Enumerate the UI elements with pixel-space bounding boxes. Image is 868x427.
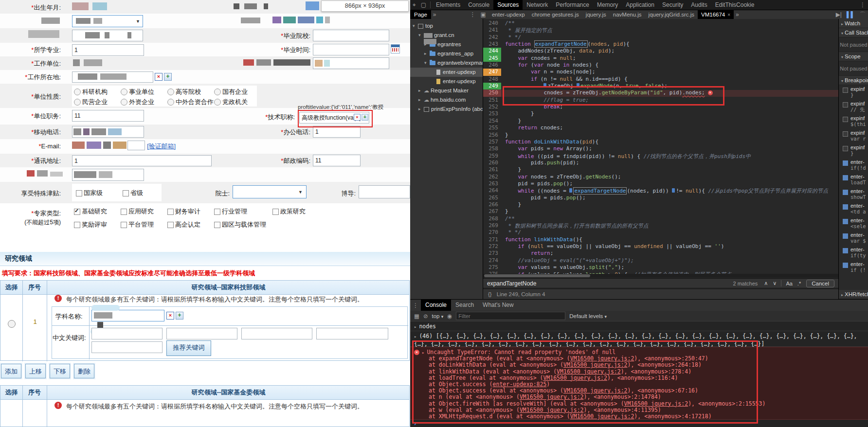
breakpoint-checkbox[interactable]	[843, 146, 848, 151]
tree-item-printexppsninfo-abou[interactable]: ▸printExpPsnInfo (abou	[410, 105, 483, 114]
line-number-265[interactable]: 265	[483, 195, 501, 201]
breakpoint-checkbox[interactable]	[843, 204, 848, 210]
clear-selection-icon[interactable]: ×	[155, 73, 163, 81]
keyword-input-4[interactable]	[316, 328, 388, 339]
option-外资企业[interactable]: 外资企业	[121, 98, 167, 107]
office-phone-input[interactable]	[313, 126, 361, 138]
console-tab-search[interactable]: Search	[451, 300, 478, 311]
stack-link[interactable]: VM16500 jquery.js:2	[563, 361, 628, 368]
stack-link[interactable]: VM16500 jquery.js:2	[543, 374, 607, 381]
breakpoint-item[interactable]: enter-if (!	[839, 260, 868, 275]
line-number-274[interactable]: 274	[483, 257, 501, 264]
breakpoint-checkbox[interactable]	[843, 102, 848, 107]
line-number-249[interactable]: 249	[483, 83, 501, 89]
line-number-269[interactable]: 269	[483, 222, 501, 229]
tree-item-hm-baidu-com[interactable]: ▸☁hm.baidu.com	[410, 95, 483, 105]
line-number-263[interactable]: 263	[483, 180, 501, 187]
radio-icon[interactable]	[167, 89, 174, 95]
clear-console-icon[interactable]: ⊘	[423, 313, 428, 320]
breakpoint-checkbox[interactable]	[843, 175, 848, 180]
pretty-print-icon[interactable]: {}	[488, 291, 492, 297]
breakpoint-checkbox[interactable]	[843, 233, 848, 239]
breakpoint-item[interactable]: enter-var $	[839, 231, 868, 246]
line-number-261[interactable]: 261	[483, 166, 501, 173]
inline-breakpoint-marker[interactable]	[569, 188, 572, 193]
breakpoint-checkbox[interactable]	[843, 131, 848, 137]
stack-link[interactable]: VM16500 jquery.js:2	[570, 413, 634, 420]
school-input[interactable]	[313, 30, 389, 41]
tree-item-top[interactable]: ▾top	[410, 21, 483, 31]
breakpoint-item[interactable]: expinf}	[839, 143, 868, 158]
breakpoint-checkbox[interactable]	[843, 248, 848, 253]
tree-item-enter-updexp[interactable]: enter-updexp	[410, 68, 483, 77]
tree-arrow-icon[interactable]: ▸	[424, 49, 430, 58]
breakpoint-checkbox[interactable]	[843, 160, 848, 166]
breakpoint-checkbox[interactable]	[843, 263, 848, 268]
console-context-select[interactable]: top ▾	[432, 313, 444, 319]
zipcode-input[interactable]	[313, 155, 361, 166]
check-icon[interactable]	[272, 209, 279, 215]
page-tab[interactable]: Page	[410, 10, 431, 19]
grad-time-input[interactable]	[313, 44, 389, 55]
breakpoint-checkbox[interactable]	[843, 88, 848, 93]
line-number-262[interactable]: 262	[483, 174, 501, 180]
close-tab-icon[interactable]: ×	[727, 12, 730, 18]
subject-clear-icon[interactable]: ×	[166, 312, 174, 320]
tab-elements[interactable]: Elements	[432, 0, 464, 10]
option-高企认定[interactable]: 高企认定	[167, 220, 214, 229]
keyword-input-1[interactable]	[91, 328, 163, 339]
check-icon[interactable]	[214, 222, 220, 228]
radio-icon[interactable]	[214, 99, 221, 106]
match-case-button[interactable]: Aa	[783, 281, 795, 286]
doctoral-supervisor-input[interactable]	[359, 185, 410, 198]
file-tab-enter-updexp[interactable]: enter-updexp	[488, 10, 528, 19]
line-number-242[interactable]: 242	[483, 34, 501, 41]
find-next-icon[interactable]: ∨	[770, 280, 779, 286]
action-button-添加[interactable]: 添加	[1, 364, 21, 378]
academician-select[interactable]	[233, 185, 307, 198]
tree-item-enter-updexp[interactable]: enter-updexp	[410, 77, 483, 86]
line-number-259[interactable]: 259	[483, 153, 501, 160]
stack-link[interactable]: VM16500 jquery.js:2	[557, 368, 621, 375]
check-icon[interactable]	[121, 209, 127, 215]
tab-network[interactable]: Network	[523, 0, 552, 10]
console-tab-what-s-new[interactable]: What's New	[478, 300, 518, 311]
line-number-241[interactable]: 241	[483, 27, 501, 34]
line-number-270[interactable]: 270	[483, 229, 501, 236]
navigator-menu-icon[interactable]: ⋮	[468, 11, 478, 18]
line-number-273[interactable]: 273	[483, 250, 501, 257]
expand-icon[interactable]: ▸	[414, 324, 419, 329]
line-number-243[interactable]: 243	[483, 41, 501, 48]
tab-console[interactable]: Console	[464, 0, 493, 10]
scope-section[interactable]: ▾Scope	[839, 52, 868, 61]
tree-arrow-icon[interactable]: ▸	[418, 95, 424, 105]
radio-icon[interactable]	[74, 99, 81, 106]
line-number-247[interactable]: 247	[483, 69, 501, 75]
line-number-267[interactable]: 267	[483, 208, 501, 215]
tab-application[interactable]: Application	[622, 0, 658, 10]
tab-security[interactable]: Security	[658, 0, 687, 10]
device-toolbar-icon[interactable]: ▢	[418, 1, 429, 8]
file-tab-navmenu-js[interactable]: navMenu.js	[610, 10, 645, 19]
breakpoint-item[interactable]: enter-<td a	[839, 202, 868, 216]
check-icon[interactable]	[76, 190, 82, 196]
breakpoint-item[interactable]: expinf}	[839, 85, 868, 100]
file-tab-chrome-gestures-js[interactable]: chrome gestures.js	[528, 10, 582, 19]
stack-link[interactable]: VM16500 jquery.js:2	[520, 393, 584, 400]
line-number-258[interactable]: 258	[483, 145, 501, 152]
tree-item-egrantweb-expmana[interactable]: ▾egrantweb/expmana	[410, 58, 483, 68]
tree-item-egrantres_app[interactable]: ▸egrantres_app	[410, 49, 483, 58]
line-number-252[interactable]: 252	[483, 104, 501, 110]
line-number-256[interactable]: 256	[483, 132, 501, 139]
tab-editthiscookie[interactable]: EditThisCookie	[711, 0, 759, 10]
tech-title-clear-icon[interactable]: ×	[354, 114, 361, 121]
tree-item-request-maker[interactable]: ▸☁Request Maker	[410, 86, 483, 95]
option-高等院校[interactable]: 高等院校	[167, 88, 214, 96]
xhr-breakpoints-section[interactable]: ▸XHR/fetch Breakpoints	[839, 290, 868, 299]
email-input[interactable]	[127, 141, 145, 150]
line-number-253[interactable]: 253	[483, 110, 501, 117]
console-filter-input[interactable]	[456, 312, 565, 320]
radio-icon[interactable]	[74, 89, 81, 95]
option-民营企业[interactable]: 民营企业	[74, 98, 121, 107]
breakpoint-item[interactable]: expinfvar r	[839, 129, 868, 143]
